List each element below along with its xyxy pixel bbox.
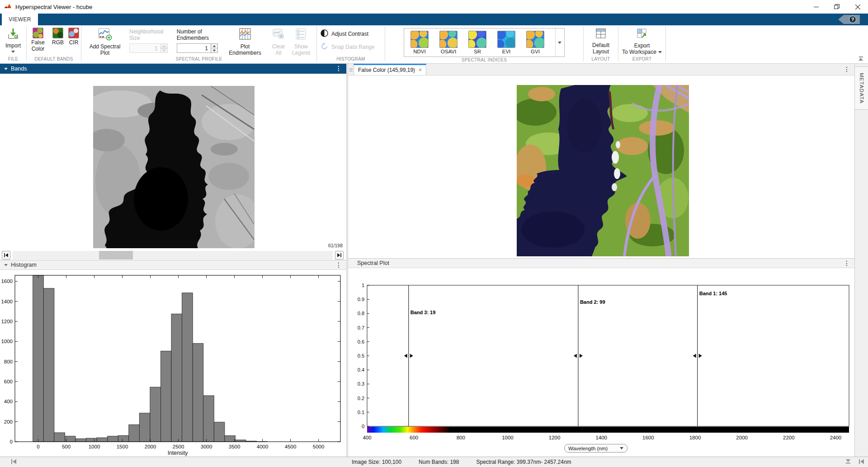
tab-false-color-title: False Color (145,99,19) [358, 67, 415, 73]
status-bar: Image Size: 100,100 Num Bands: 198 Spect… [0, 457, 868, 467]
spectral-panel-title: Spectral Plot [357, 260, 389, 266]
collapse-left-icon[interactable] [11, 459, 17, 466]
spectral-index-evi[interactable]: EVI [497, 31, 515, 54]
rgb-button[interactable]: RGB [52, 28, 64, 46]
svg-text:Band 3: 19: Band 3: 19 [410, 310, 436, 315]
spectral-index-label: GVI [531, 49, 540, 54]
matlab-logo-icon [4, 2, 12, 11]
tab-viewer[interactable]: VIEWER [2, 14, 38, 25]
right-column: False Color (145,99,19) × ⋮ [348, 64, 854, 457]
add-spectral-plot-icon [98, 28, 112, 42]
bands-panel-header[interactable]: Bands ⋮ [0, 64, 346, 74]
export-to-workspace-icon [636, 28, 648, 42]
gallery-caret-icon [558, 42, 561, 44]
bands-panel-menu-icon[interactable]: ⋮ [335, 65, 342, 72]
svg-text:Band 2: 99: Band 2: 99 [580, 299, 605, 305]
svg-text:1600: 1600 [642, 435, 654, 440]
svg-text:500: 500 [62, 444, 71, 449]
histogram-panel-header[interactable]: Histogram ⋮ [0, 260, 346, 270]
xaxis-mode-dropdown[interactable]: Wavelength (nm) [564, 444, 627, 453]
endmembers-spin-buttons[interactable] [211, 44, 217, 52]
plot-endmembers-button[interactable]: Plot Endmembers [227, 28, 263, 56]
svg-text:0: 0 [10, 439, 13, 444]
svg-text:Intensity: Intensity [168, 450, 188, 456]
gvi-thumbnail-icon [526, 31, 544, 48]
spectral-panel-header[interactable]: Spectral Plot ⋮ [348, 258, 854, 268]
collapse-down-icon[interactable] [845, 459, 851, 466]
last-band-button[interactable] [335, 251, 344, 259]
cir-button[interactable]: CIR [68, 28, 79, 46]
ribbon-group-file: Import FILE [0, 25, 26, 63]
spectral-index-sr[interactable]: SR [468, 31, 486, 54]
svg-text:4500: 4500 [285, 444, 297, 449]
import-button[interactable]: Import [5, 28, 21, 53]
main-area: Bands ⋮ 61/198 [0, 64, 868, 457]
false-color-image[interactable] [517, 85, 689, 256]
histogram-panel: Histogram ⋮ 0500100015002000250030003500… [0, 260, 346, 457]
gallery-dropdown-button[interactable] [555, 28, 563, 57]
bands-collapse-icon[interactable] [4, 68, 8, 70]
collapse-ribbon-button[interactable] [857, 57, 864, 62]
collapse-ribbon-icon [859, 57, 863, 57]
spectral-index-osavi[interactable]: OSAVI [439, 31, 458, 54]
left-column: Bands ⋮ 61/198 [0, 64, 346, 457]
tab-metadata[interactable]: METADATA [855, 66, 868, 110]
ribbon-group-layout: Default Layout LAYOUT [584, 25, 618, 63]
svg-text:2400: 2400 [830, 435, 842, 440]
svg-text:1800: 1800 [689, 435, 701, 440]
endmembers-count-field: Number of Endmembers 1 [177, 28, 218, 53]
ribbon-group-spectral-profile: Add Spectral Plot Neighborhood Size 1 Nu… [81, 25, 316, 63]
svg-text:2000: 2000 [736, 435, 748, 440]
svg-text:0.8: 0.8 [358, 311, 364, 316]
svg-text:0.9: 0.9 [358, 297, 364, 302]
histogram-panel-title: Histogram [11, 262, 37, 268]
help-button[interactable]: ? [838, 15, 860, 24]
bands-panel-title: Bands [11, 66, 27, 72]
false-color-thumbnail-icon [33, 28, 43, 38]
false-color-button[interactable]: False Color [28, 28, 47, 52]
help-icon: ? [849, 16, 856, 23]
spectral-index-gvi[interactable]: GVI [526, 31, 544, 54]
spectral-index-label: SR [474, 49, 481, 54]
add-spectral-plot-button[interactable]: Add Spectral Plot [88, 28, 122, 56]
histogram-chart[interactable]: 0500100015002000250030003500400045005000… [0, 270, 346, 457]
minimize-button[interactable] [806, 0, 826, 14]
svg-text:200: 200 [4, 419, 13, 425]
svg-text:400: 400 [363, 435, 371, 440]
bands-grayscale-image[interactable] [93, 86, 255, 248]
tab-grip-icon [348, 64, 354, 75]
toolstrip-ribbon: Import FILE False Color RGB CIR DEFAULT … [0, 25, 868, 64]
dropdown-caret-icon [620, 447, 623, 449]
close-button[interactable] [847, 0, 868, 14]
endmembers-count-spinner[interactable]: 1 [177, 43, 218, 53]
ndvi-thumbnail-icon [410, 31, 429, 48]
band-slider-thumb[interactable] [99, 251, 133, 259]
svg-text:0.4: 0.4 [358, 367, 364, 373]
restore-button[interactable] [826, 0, 847, 14]
band-slider-track[interactable] [13, 251, 333, 259]
svg-text:0: 0 [362, 424, 364, 429]
section-label-spectral-profile: SPECTRAL PROFILE [81, 56, 316, 63]
window-title: Hyperspectral Viewer - hcube [15, 4, 92, 10]
svg-text:800: 800 [457, 435, 465, 440]
first-band-button[interactable] [2, 251, 10, 259]
collapse-right-icon[interactable] [859, 459, 864, 466]
svg-text:4000: 4000 [257, 444, 269, 449]
neighborhood-size-label: Neighborhood Size [129, 28, 168, 41]
export-to-workspace-button[interactable]: Export To Workspace [622, 28, 662, 55]
histogram-panel-menu-icon[interactable]: ⋮ [335, 261, 342, 269]
viewer-tabbar-menu-icon[interactable]: ⋮ [844, 66, 850, 73]
spectral-panel-menu-icon[interactable]: ⋮ [844, 259, 850, 267]
svg-text:1200: 1200 [549, 435, 561, 440]
spectral-index-ndvi[interactable]: NDVI [410, 31, 429, 54]
metadata-strip: METADATA [854, 64, 868, 457]
spectral-plot-chart[interactable]: 00.10.20.30.40.50.60.70.80.9140060080010… [348, 268, 854, 457]
default-layout-button[interactable]: Default Layout [590, 28, 612, 55]
clear-all-icon [272, 28, 285, 42]
tab-close-icon[interactable]: × [419, 67, 422, 73]
tab-false-color[interactable]: False Color (145,99,19) × [354, 64, 426, 75]
histogram-collapse-icon[interactable] [4, 264, 8, 266]
adjust-contrast-button[interactable]: Adjust Contrast [321, 29, 374, 38]
svg-text:0: 0 [37, 444, 39, 449]
cir-thumbnail-icon [68, 28, 79, 38]
